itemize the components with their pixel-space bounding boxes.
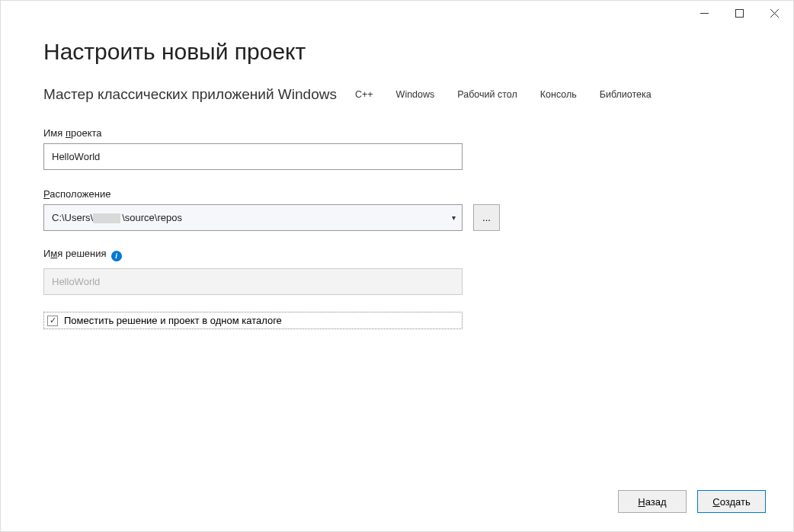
maximize-button[interactable] [722, 2, 757, 24]
project-name-label: Имя проекта [43, 127, 102, 139]
template-subtitle: Мастер классических приложений Windows [43, 86, 337, 103]
location-combobox[interactable]: C:\Users\\source\repos ▾ [43, 204, 463, 231]
tag-console: Консоль [536, 88, 581, 101]
project-name-group: Имя проекта [43, 126, 751, 170]
project-name-input[interactable] [43, 143, 463, 170]
same-directory-label: Поместить решение и проект в одном катал… [64, 315, 282, 326]
minimize-button[interactable] [687, 2, 722, 24]
dialog-footer: Назад Создать [618, 490, 766, 513]
close-icon [770, 9, 779, 18]
solution-name-input: HelloWorld [43, 268, 463, 295]
same-directory-checkbox[interactable]: ✓ [47, 316, 58, 326]
tag-library: Библиотека [595, 88, 656, 101]
info-icon[interactable]: i [111, 251, 122, 261]
maximize-icon [735, 9, 744, 18]
close-button[interactable] [757, 2, 792, 24]
back-button[interactable]: Назад [618, 490, 687, 513]
page-title: Настроить новый проект [43, 39, 751, 65]
dialog-content: Настроить новый проект Мастер классическ… [1, 25, 793, 329]
solution-name-label: Имя решения [43, 248, 107, 259]
svg-rect-1 [735, 9, 743, 17]
location-group: Расположение C:\Users\\source\repos ▾ ..… [43, 187, 751, 231]
same-directory-checkbox-row[interactable]: ✓ Поместить решение и проект в одном кат… [43, 312, 463, 329]
chevron-down-icon: ▾ [452, 213, 456, 222]
window-titlebar [1, 1, 793, 25]
location-value: C:\Users\\source\repos [52, 212, 452, 223]
browse-button[interactable]: ... [473, 204, 500, 231]
tag-desktop: Рабочий стол [453, 88, 521, 101]
tag-windows: Windows [392, 88, 440, 101]
location-label: Расположение [43, 188, 110, 200]
minimize-icon [700, 9, 709, 18]
create-button[interactable]: Создать [697, 490, 766, 513]
tag-cpp: C++ [351, 88, 378, 101]
solution-name-group: Имя решения i HelloWorld [43, 248, 751, 295]
username-redacted [93, 213, 120, 223]
subtitle-row: Мастер классических приложений Windows C… [43, 86, 751, 103]
